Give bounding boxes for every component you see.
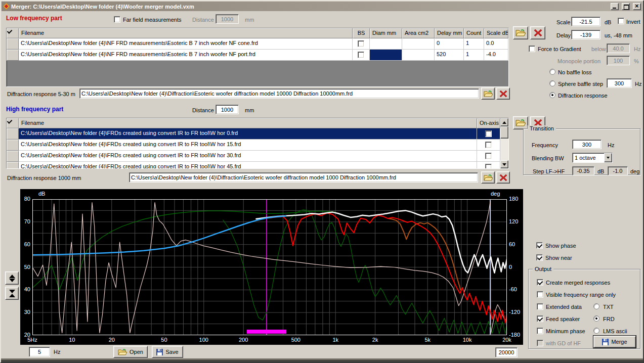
filename-cell[interactable]: C:\Users\a\Desktop\New folder (4)\NF FRD… xyxy=(19,38,353,50)
count-cell[interactable]: 1 xyxy=(464,38,484,50)
show-near-checkbox[interactable] xyxy=(536,254,543,261)
hf-table-row[interactable]: C:\Users\a\Desktop\New folder (4)\FRDs c… xyxy=(7,140,508,151)
diffraction-near-open-button[interactable] xyxy=(481,171,495,184)
no-baffle-loss-radio[interactable] xyxy=(549,69,555,75)
count-cell[interactable]: 1 xyxy=(464,50,484,61)
col-diam[interactable]: Diam mm xyxy=(370,28,402,38)
series-hf-mag xyxy=(270,213,507,323)
invert-checkbox[interactable] xyxy=(618,18,624,24)
delay-cell[interactable]: 0 xyxy=(435,38,464,50)
far-field-checkbox[interactable] xyxy=(114,16,120,23)
axis-tick-label: 20k xyxy=(502,337,511,343)
minimize-button[interactable] xyxy=(611,3,619,10)
open-project-button[interactable]: Open xyxy=(113,346,148,358)
col-delay[interactable]: Delay mm xyxy=(435,28,464,38)
on-axis-checkbox[interactable] xyxy=(485,164,492,169)
area-cell[interactable] xyxy=(402,50,435,61)
diffraction-far-clear-button[interactable] xyxy=(496,87,510,100)
save-project-button[interactable]: Save xyxy=(152,346,183,358)
hf-table-row-selected[interactable]: C:\Users\a\Desktop\New folder (4)\FRDs c… xyxy=(7,128,508,140)
freq-max-input[interactable] xyxy=(495,347,518,357)
scroll-up-button[interactable] xyxy=(500,118,508,126)
hf-distance-input[interactable] xyxy=(216,105,239,114)
extended-data-checkbox[interactable] xyxy=(537,303,543,310)
expand-scale-button[interactable] xyxy=(5,271,19,285)
close-button[interactable] xyxy=(633,3,641,10)
col-filename[interactable]: Filename xyxy=(19,28,353,38)
delay-label: Delay xyxy=(556,32,571,38)
diam-cell-selected[interactable] xyxy=(370,50,402,61)
col-area[interactable]: Area cm2 xyxy=(402,28,435,38)
plot-area[interactable] xyxy=(32,199,507,335)
diam-cell[interactable] xyxy=(370,38,402,50)
lf-table-row[interactable]: C:\Users\a\Desktop\New folder (4)\NF FRD… xyxy=(7,38,508,50)
create-merged-checkbox[interactable] xyxy=(537,279,543,286)
col-filename[interactable]: Filename xyxy=(19,118,477,128)
lf-clear-button[interactable] xyxy=(530,26,545,39)
format-txt-radio[interactable] xyxy=(593,303,599,309)
arrow-down-icon xyxy=(9,290,15,293)
filename-cell[interactable]: C:\Users\a\Desktop\New folder (4)\FRDs c… xyxy=(19,128,477,140)
on-axis-checkbox[interactable] xyxy=(485,130,492,137)
lf-section-title: Low frequency part xyxy=(6,15,62,22)
dropdown-arrow-icon[interactable] xyxy=(604,153,612,162)
force-gradient-checkbox[interactable] xyxy=(529,46,535,52)
delay-cell[interactable]: 520 xyxy=(435,50,464,61)
lf-table-row[interactable]: C:\Users\a\Desktop\New folder (4)\NF FRD… xyxy=(7,50,508,61)
area-cell[interactable] xyxy=(402,38,435,50)
show-phase-checkbox[interactable] xyxy=(536,242,543,249)
diffraction-response-radio[interactable] xyxy=(549,92,555,98)
title-bar: Merger: C:\Users\a\Desktop\New folder (4… xyxy=(2,2,642,11)
col-on-axis[interactable]: On-axis xyxy=(477,118,500,128)
format-frd-radio[interactable] xyxy=(593,315,599,322)
blending-bw-select[interactable]: 1 octave xyxy=(572,153,613,163)
scroll-thumb[interactable] xyxy=(500,126,508,139)
axis-tick-label: 500 xyxy=(291,337,300,343)
freq-min-input[interactable] xyxy=(29,347,50,357)
axis-tick-label: 60 xyxy=(509,241,515,247)
format-lms-radio[interactable] xyxy=(593,328,599,334)
lf-open-button[interactable] xyxy=(513,26,528,39)
maximize-button[interactable] xyxy=(622,3,630,10)
scale-cell[interactable]: -4.0 xyxy=(484,50,508,61)
feed-speaker-checkbox[interactable] xyxy=(537,315,543,322)
delay-input[interactable] xyxy=(571,30,600,39)
scale-input[interactable] xyxy=(571,17,600,26)
minimum-phase-checkbox[interactable] xyxy=(537,328,543,334)
filename-cell[interactable]: C:\Users\a\Desktop\New folder (4)\FRDs c… xyxy=(19,140,477,151)
scroll-down-button[interactable] xyxy=(500,160,508,168)
axis-tick-label: 120 xyxy=(509,218,518,224)
hf-table: Filename On-axis C:\Users\a\Desktop\New … xyxy=(6,118,509,169)
filename-cell[interactable]: C:\Users\a\Desktop\New folder (4)\FRDs c… xyxy=(19,151,477,162)
sphere-step-input[interactable] xyxy=(607,78,632,88)
hf-table-scrollbar[interactable] xyxy=(500,118,508,168)
compress-scale-button[interactable] xyxy=(5,287,19,300)
sphere-baffle-radio[interactable] xyxy=(549,80,555,86)
filename-cell[interactable]: C:\Users\a\Desktop\New folder (4)\NF FRD… xyxy=(19,50,353,61)
bs-checkbox[interactable] xyxy=(358,40,364,47)
on-axis-checkbox[interactable] xyxy=(485,153,492,159)
bs-checkbox[interactable] xyxy=(358,52,364,58)
col-count[interactable]: Count xyxy=(464,28,484,38)
with-gd-label: with GD of HF xyxy=(546,340,581,346)
scale-cell[interactable]: 0.0 xyxy=(484,38,508,50)
hf-table-row[interactable]: C:\Users\a\Desktop\New folder (4)\FRDs c… xyxy=(7,151,508,162)
col-bs[interactable]: BS xyxy=(353,28,370,38)
hf-table-header: Filename On-axis xyxy=(7,118,508,128)
filename-cell[interactable]: C:\Users\a\Desktop\New folder (4)\FRDs c… xyxy=(19,162,477,169)
visible-range-checkbox[interactable] xyxy=(537,291,543,298)
open-folder-icon xyxy=(516,119,526,126)
create-merged-label: Create merged responses xyxy=(546,280,610,286)
diffraction-far-open-button[interactable] xyxy=(481,87,495,100)
on-axis-checkbox[interactable] xyxy=(485,142,492,148)
diffraction-near-clear-button[interactable] xyxy=(496,171,510,184)
col-scale[interactable]: Scale dB xyxy=(484,28,508,38)
hf-open-button[interactable] xyxy=(513,116,528,129)
monopole-unit: % xyxy=(634,58,639,64)
transition-frequency-input[interactable] xyxy=(572,140,602,149)
diffraction-far-path[interactable] xyxy=(79,88,479,99)
hf-table-row[interactable]: C:\Users\a\Desktop\New folder (4)\FRDs c… xyxy=(7,162,508,169)
merge-button[interactable]: Merge xyxy=(593,336,636,348)
step-db-value xyxy=(572,166,594,175)
diffraction-near-path[interactable] xyxy=(129,172,478,183)
